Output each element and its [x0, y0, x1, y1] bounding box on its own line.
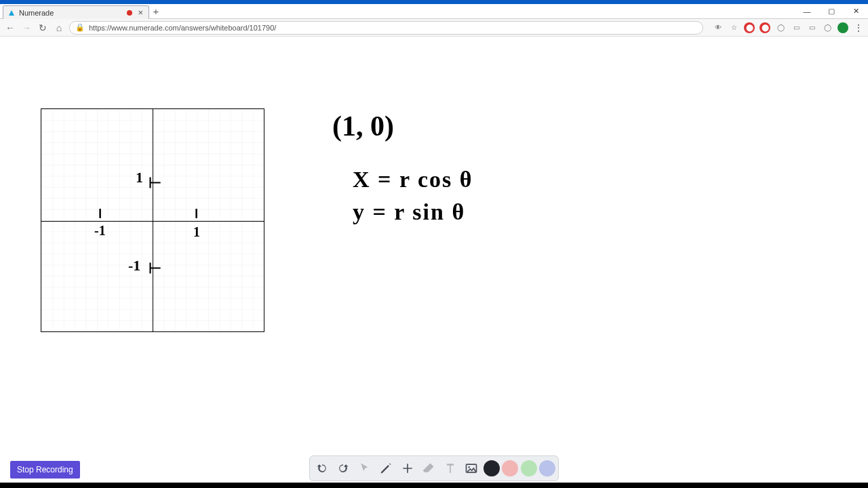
text-icon	[443, 462, 457, 475]
titlebar: Numerade × + — ▢ ✕	[0, 4, 868, 19]
tab-title: Numerade	[19, 9, 127, 17]
lock-icon: 🔒	[75, 23, 85, 32]
profile-avatar-icon[interactable]	[837, 22, 848, 33]
home-button[interactable]: ⌂	[53, 22, 65, 34]
pointer-tool-button[interactable]	[355, 459, 374, 478]
extension-icon-6[interactable]: ◯	[822, 22, 833, 33]
color-swatch-purple[interactable]	[539, 460, 555, 476]
whiteboard-canvas[interactable]: // no-op placeholder; grid drawn via rep…	[0, 37, 868, 484]
back-button[interactable]: ←	[4, 22, 16, 34]
browser-tab[interactable]: Numerade ×	[3, 5, 149, 19]
svg-marker-0	[9, 10, 14, 16]
undo-icon	[315, 462, 329, 475]
color-swatch-red[interactable]	[502, 460, 518, 476]
coordinate-grid: // no-op placeholder; grid drawn via rep…	[41, 108, 264, 332]
extension-icon-4[interactable]: ▭	[791, 22, 802, 33]
browser-menu-button[interactable]: ⋮	[853, 22, 864, 33]
color-swatch-black[interactable]	[484, 460, 500, 476]
tick-mark-minus-y: ⊢	[149, 260, 161, 277]
axis-label-plus-x: 1	[193, 224, 200, 240]
extension-icon-3[interactable]: ◯	[775, 22, 786, 33]
plus-icon	[401, 462, 414, 475]
minimize-button[interactable]: —	[795, 4, 819, 18]
axis-label-plus-y: 1	[136, 169, 143, 186]
image-icon	[465, 462, 478, 475]
text-tool-button[interactable]	[441, 459, 460, 478]
axis-label-minus-y: -1	[128, 257, 140, 274]
image-tool-button[interactable]	[462, 459, 481, 478]
taskbar-sliver	[0, 483, 868, 488]
window-controls: — ▢ ✕	[795, 4, 868, 18]
new-tab-button[interactable]: +	[149, 4, 163, 18]
url-input[interactable]: 🔒 https://www.numerade.com/answers/white…	[69, 21, 703, 35]
pointer-icon	[358, 462, 372, 475]
url-text: https://www.numerade.com/answers/whitebo…	[89, 24, 276, 32]
bookmark-star-icon[interactable]: ☆	[728, 22, 739, 33]
undo-button[interactable]	[313, 459, 332, 478]
stop-recording-button[interactable]: Stop Recording	[10, 461, 80, 479]
maximize-button[interactable]: ▢	[819, 4, 844, 18]
extension-icon-1[interactable]: ⬤	[744, 22, 755, 33]
handwritten-point: (1, 0)	[332, 110, 394, 142]
close-window-button[interactable]: ✕	[844, 4, 868, 18]
forward-button[interactable]: →	[20, 22, 33, 34]
axis-label-minus-x: -1	[94, 223, 106, 239]
extension-icon-2[interactable]: ⬤	[760, 22, 770, 33]
reload-button[interactable]: ↻	[37, 22, 49, 34]
color-swatch-green[interactable]	[521, 460, 537, 476]
x-axis	[41, 221, 264, 222]
handwritten-x-equation: X = r cos θ	[353, 167, 473, 192]
pen-tool-button[interactable]	[376, 459, 395, 478]
reader-mode-icon[interactable]: 👁	[713, 22, 724, 33]
numerade-favicon-icon	[7, 9, 16, 17]
tab-close-button[interactable]: ×	[136, 7, 144, 18]
redo-icon	[336, 462, 350, 475]
extension-icon-5[interactable]: ▭	[806, 22, 817, 33]
address-bar: ← → ↻ ⌂ 🔒 https://www.numerade.com/answe…	[0, 19, 868, 37]
pencil-icon	[379, 462, 393, 475]
handwritten-y-equation: y = r sin θ	[353, 199, 465, 225]
eraser-tool-button[interactable]	[419, 459, 438, 478]
add-tool-button[interactable]	[398, 459, 417, 478]
whiteboard-toolbar	[309, 455, 559, 481]
eraser-icon	[422, 462, 435, 475]
y-axis	[153, 109, 153, 331]
toolbar-extension-area: 👁 ☆ ⬤ ⬤ ◯ ▭ ▭ ◯ ⋮	[713, 22, 864, 33]
tick-mark-plus-y: ⊢	[149, 174, 161, 192]
svg-point-3	[469, 466, 471, 468]
redo-button[interactable]	[334, 459, 353, 478]
recording-indicator-icon	[127, 10, 132, 16]
